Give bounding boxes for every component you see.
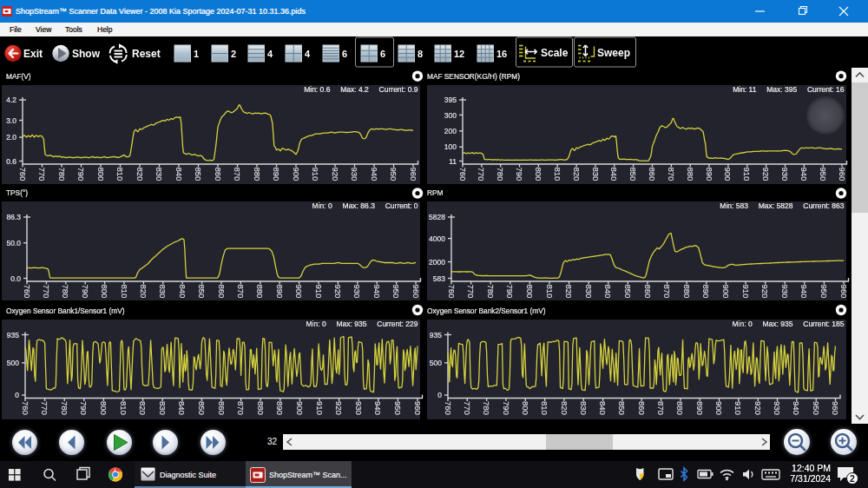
svg-text:840: 840 — [598, 401, 608, 415]
svg-text:11: 11 — [449, 157, 457, 166]
svg-text:780: 780 — [57, 168, 67, 181]
svg-text:920: 920 — [760, 285, 770, 299]
svg-text:790: 790 — [81, 285, 90, 299]
svg-text:780: 780 — [486, 285, 496, 299]
svg-text:960: 960 — [409, 168, 418, 181]
svg-text:920: 920 — [333, 285, 343, 299]
svg-text:820: 820 — [139, 285, 148, 299]
svg-text:930: 930 — [350, 168, 359, 181]
svg-text:850: 850 — [197, 285, 207, 299]
svg-text:0: 0 — [437, 391, 442, 399]
svg-text:880: 880 — [682, 285, 692, 299]
svg-text:830: 830 — [158, 401, 168, 415]
svg-text:800: 800 — [521, 401, 530, 415]
svg-text:840: 840 — [177, 401, 187, 415]
svg-text:935: 935 — [430, 331, 442, 340]
svg-text:940: 940 — [792, 401, 801, 415]
svg-text:760: 760 — [458, 168, 468, 181]
svg-text:Oxygen Sensor Bank1/Sensor1 (m: Oxygen Sensor Bank1/Sensor1 (mV) — [6, 307, 125, 315]
svg-text:500: 500 — [7, 359, 19, 367]
svg-text:890: 890 — [272, 168, 281, 181]
svg-text:930: 930 — [773, 401, 782, 415]
svg-text:790: 790 — [76, 168, 86, 181]
svg-text:960: 960 — [411, 285, 421, 299]
svg-text:935: 935 — [7, 331, 19, 340]
svg-text:930: 930 — [354, 401, 364, 415]
svg-text:860: 860 — [643, 285, 653, 299]
svg-text:910: 910 — [315, 401, 325, 415]
svg-text:760: 760 — [23, 285, 32, 299]
svg-text:910: 910 — [742, 168, 752, 181]
svg-text:870: 870 — [236, 285, 246, 299]
svg-text:MAF SENSOR(KG/H) (RPM): MAF SENSOR(KG/H) (RPM) — [427, 72, 520, 81]
svg-text:850: 850 — [623, 285, 633, 299]
svg-text:830: 830 — [591, 168, 601, 181]
svg-text:860: 860 — [648, 168, 657, 181]
svg-text:920: 920 — [753, 401, 763, 415]
svg-text:810: 810 — [540, 401, 549, 415]
svg-text:770: 770 — [42, 285, 51, 299]
svg-text:395: 395 — [444, 96, 457, 104]
svg-text:900: 900 — [714, 401, 724, 415]
svg-text:830: 830 — [158, 285, 168, 299]
svg-text:880: 880 — [686, 168, 695, 181]
svg-text:780: 780 — [482, 401, 491, 415]
svg-text:860: 860 — [217, 401, 227, 415]
svg-text:940: 940 — [799, 168, 809, 181]
svg-text:2: 2 — [850, 473, 855, 484]
svg-text:870: 870 — [233, 168, 242, 181]
svg-text:Min: 0 Max: 935 Curren: Min: 0 Max: 935 Current: 229 — [306, 320, 418, 328]
svg-text:950: 950 — [819, 285, 829, 299]
svg-text:TPS(°): TPS(°) — [6, 188, 28, 197]
svg-text:890: 890 — [705, 168, 714, 181]
svg-text:100: 100 — [444, 142, 457, 151]
svg-text:880: 880 — [255, 285, 265, 299]
svg-text:780: 780 — [60, 401, 69, 415]
svg-text:900: 900 — [294, 285, 304, 299]
svg-text:0: 0 — [15, 391, 19, 399]
svg-text:940: 940 — [799, 285, 809, 299]
svg-text:820: 820 — [572, 168, 582, 181]
svg-text:800: 800 — [100, 285, 109, 299]
svg-text:810: 810 — [115, 168, 125, 181]
svg-text:890: 890 — [695, 401, 705, 415]
svg-text:500: 500 — [430, 359, 442, 367]
svg-text:820: 820 — [564, 285, 574, 299]
svg-text:940: 940 — [372, 285, 382, 299]
svg-text:920: 920 — [761, 168, 771, 181]
svg-text:950: 950 — [393, 401, 403, 415]
svg-text:2000: 2000 — [429, 258, 445, 267]
svg-text:810: 810 — [120, 285, 129, 299]
svg-text:900: 900 — [721, 285, 731, 299]
svg-text:810: 810 — [119, 401, 128, 415]
svg-text:920: 920 — [334, 401, 344, 415]
svg-text:780: 780 — [61, 285, 70, 299]
svg-text:820: 820 — [560, 401, 569, 415]
svg-text:950: 950 — [391, 285, 401, 299]
svg-text:200: 200 — [444, 127, 457, 135]
svg-text:800: 800 — [99, 401, 108, 415]
svg-text:950: 950 — [389, 168, 398, 181]
svg-text:790: 790 — [79, 401, 89, 415]
svg-text:4.2: 4.2 — [6, 96, 16, 104]
svg-text:840: 840 — [609, 168, 619, 181]
svg-text:Min: 0 Max: 935 Curren: Min: 0 Max: 935 Current: 185 — [733, 320, 845, 328]
svg-text:760: 760 — [18, 168, 28, 181]
svg-text:810: 810 — [553, 168, 562, 181]
svg-text:300: 300 — [444, 111, 457, 120]
svg-text:890: 890 — [701, 285, 711, 299]
svg-text:880: 880 — [253, 168, 262, 181]
svg-text:880: 880 — [675, 401, 685, 415]
svg-text:3.0: 3.0 — [6, 116, 16, 125]
svg-text:RPM: RPM — [427, 188, 444, 197]
svg-text:770: 770 — [40, 401, 49, 415]
svg-text:870: 870 — [656, 401, 666, 415]
svg-text:Min: 0 Max: 86.3 Curre: Min: 0 Max: 86.3 Current: 0 — [312, 201, 418, 210]
svg-text:900: 900 — [295, 401, 305, 415]
svg-text:960: 960 — [831, 401, 840, 415]
svg-text:790: 790 — [505, 285, 515, 299]
svg-text:910: 910 — [741, 285, 751, 299]
svg-text:930: 930 — [780, 285, 790, 299]
svg-text:940: 940 — [370, 168, 379, 181]
svg-text:870: 870 — [667, 168, 676, 181]
